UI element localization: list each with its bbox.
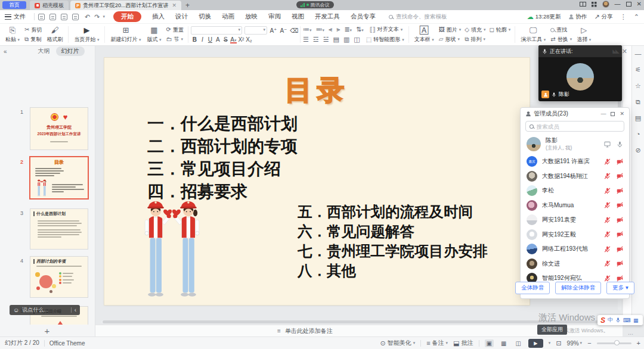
comment-toast[interactable]: ☺ 说点什么... ‹ [10,305,80,315]
ime-more-icon[interactable]: ⋯ [628,331,633,337]
document-tab[interactable]: P 贵州理工学院20...西部计划工作宣讲 ✕ [70,1,181,10]
mic-muted-icon[interactable] [604,173,611,179]
notes-toggle-button[interactable]: ≡备注▾ [426,339,448,347]
mic-muted-icon[interactable] [604,231,611,238]
more-menu-icon[interactable]: ⋮ [620,14,627,20]
save-icon[interactable] [38,14,45,20]
screen-share-icon[interactable] [604,141,611,148]
collapse-ribbon-icon[interactable]: ⌃ [634,14,639,20]
ime-grid-icon[interactable]: ▦ [633,317,639,323]
justify-icon[interactable]: ▤ [333,36,339,43]
camera-off-icon[interactable] [617,231,623,238]
tab-home[interactable]: 开始 [113,11,141,22]
hamburger-menu-icon[interactable] [5,14,11,20]
mic-muted-icon[interactable] [604,260,611,267]
columns-icon[interactable]: ◫ [354,36,360,43]
mic-muted-icon[interactable] [604,217,611,223]
member-row[interactable]: 徐文进 [521,257,629,272]
select-button[interactable]: ▷ 选择 ▾ [574,24,594,45]
home-tab[interactable]: 首页 [2,1,26,9]
numbered-list-icon[interactable]: ≕▾ [315,26,324,33]
collaborate-button[interactable]: 协作 [568,13,587,21]
undo-icon[interactable]: ↶ [85,13,90,21]
mute-all-button[interactable]: 全体静音 [515,282,550,294]
camera-off-icon[interactable] [617,275,623,282]
mic-muted-icon[interactable] [604,246,611,253]
member-row[interactable]: 网安191袁雯 [521,213,629,228]
docer-template-tab[interactable]: 稻壳模板 [30,1,69,10]
arrange-button[interactable]: ⧉排列▾ [463,35,487,43]
slide-canvas[interactable]: 目录 一．什么是西部计划 二．西部计划的专项 三．常见项目介绍 四．招募要求 五… [104,58,530,305]
play-from-current-button[interactable]: ▶ 当页开始 ▾ [71,24,102,45]
collapse-strip-icon[interactable]: — [635,51,642,57]
minimize-button[interactable]: — [615,1,621,7]
close-window-button[interactable]: ✕ [637,1,642,7]
decrease-font-icon[interactable]: A⁻ [280,27,287,34]
shape-button[interactable]: ▱形状▾ [437,35,463,43]
distribute-icon[interactable]: ▥ [343,36,349,43]
meeting-panel-header[interactable]: 正在讲话: ◣◣ [538,45,622,57]
camera-off-icon[interactable] [617,217,623,223]
align-center-icon[interactable]: ☲ [313,36,319,43]
presentation-tools-button[interactable]: 🖵 演示工具 ▾ [518,24,549,45]
properties-icon[interactable]: ⚟ [635,67,641,73]
font-size-select[interactable] [244,26,267,35]
maximize-panel-icon[interactable] [611,112,615,116]
redo-icon[interactable]: ↷ [94,13,100,21]
resources-icon[interactable]: ▤ [635,115,641,121]
slide-thumbnail-3[interactable]: 什么是西部计划 [30,208,88,250]
member-row[interactable]: 李松 [521,183,629,198]
font-name-select[interactable] [191,26,242,35]
underline-button[interactable]: U [206,36,214,43]
ime-toolbar[interactable]: S 中 ⌨ ▦ [597,315,643,325]
add-slide-button[interactable]: + [45,326,50,336]
cut-button[interactable]: ✂剪切 [23,26,44,34]
mic-icon[interactable] [617,141,623,148]
copy-button[interactable]: ⧉复制 [23,35,44,43]
section-button[interactable]: 🗀节 ▾ [165,35,185,43]
align-text-button[interactable]: ⟦⟧对齐文本▾ [368,26,404,34]
bold-button[interactable]: B [191,36,199,43]
italic-button[interactable]: I [199,36,206,43]
member-search-input[interactable] [537,123,620,130]
align-left-icon[interactable]: ☰ [303,36,309,43]
indent-decrease-icon[interactable]: ⫷ [329,26,332,33]
volunteers-illustration[interactable] [134,196,210,299]
tab-member-exclusive[interactable]: 会员专享 [351,13,376,21]
layout-button[interactable]: ▦ 版式 ▾ [144,24,164,45]
share-button[interactable]: ↗分享 [595,13,613,21]
line-spacing-icon[interactable]: ≣▾ [344,26,352,33]
member-row[interactable]: 大数据194杨翔江 [521,169,629,184]
voice-input-icon[interactable] [615,317,621,323]
restore-button[interactable] [626,2,631,7]
history-icon[interactable]: ◔ [636,131,640,138]
mic-muted-icon[interactable] [604,202,611,208]
slide-thumbnail-2-selected[interactable]: 目录 [29,156,89,200]
command-search[interactable]: 查找命令、搜索模板 [389,13,447,21]
superscript-button[interactable]: X² [237,36,245,43]
zoom-slider[interactable] [597,342,631,344]
toast-collapse-icon[interactable]: ‹ [75,307,76,313]
comments-button[interactable]: ⬓批注 [453,339,473,347]
zoom-out-icon[interactable]: − [587,340,591,347]
slideshow-play-button[interactable]: ▶ [528,339,543,348]
new-tab-button[interactable]: + [185,1,190,10]
bullet-list-icon[interactable]: ≔▾ [303,26,312,33]
more-button[interactable]: 更多 ▾ [606,282,634,294]
member-row[interactable]: 网络工程193代旭 [521,242,629,257]
smart-graphic-button[interactable]: ⬚转智能图形▾ [364,36,406,44]
new-slide-button[interactable]: ⊞ 新建幻灯片 ▾ [107,24,144,45]
more-actions-caret[interactable]: ▾ [103,14,105,19]
text-direction-icon[interactable]: ⇅▾ [356,26,364,33]
member-row[interactable]: 嘉滨 大数据191 许嘉滨 [521,154,629,169]
member-search[interactable] [525,121,624,132]
fill-button[interactable]: ◇填充▾ [463,26,487,34]
normal-view-icon[interactable]: ▣ [485,339,494,347]
textbox-button[interactable]: 🄰 文本框 ▾ [411,24,437,45]
strikethrough-button[interactable]: S [222,36,230,43]
close-pane-icon[interactable]: ✕ [622,48,627,55]
zoom-in-icon[interactable]: + [637,340,640,347]
member-row[interactable]: 网安192王毅 [521,228,629,242]
slide-thumbnail-4[interactable]: 西部计划的专项 [30,256,88,298]
camera-off-icon[interactable] [617,188,623,194]
